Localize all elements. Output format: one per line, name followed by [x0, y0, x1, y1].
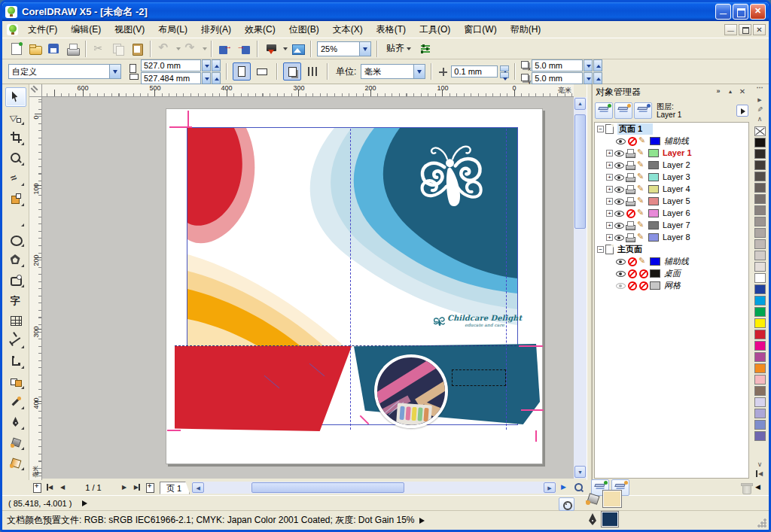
ellipse-tool[interactable]	[5, 230, 26, 249]
palette-color-swatch[interactable]	[754, 397, 766, 407]
layer-tree-row[interactable]: 辅助线	[595, 255, 748, 267]
scroll-down-button[interactable]	[574, 466, 586, 478]
palette-color-swatch[interactable]	[754, 205, 766, 215]
profile-expand-arrow[interactable]	[419, 518, 428, 524]
page-height-input[interactable]: 527.484 mm	[141, 72, 201, 84]
expander-icon[interactable]: +	[606, 150, 613, 157]
palette-color-swatch[interactable]	[754, 341, 766, 351]
chalk-photo-circle[interactable]	[374, 354, 448, 428]
document-restore-button[interactable]	[739, 24, 751, 35]
layer-tree-row[interactable]: +Layer 8	[595, 231, 748, 243]
non-printable-icon[interactable]	[627, 281, 637, 290]
menu-item-位图B[interactable]: 位图(B)	[282, 21, 326, 38]
non-printable-icon[interactable]	[627, 257, 637, 266]
palette-color-swatch[interactable]	[754, 363, 766, 373]
width-spin-up[interactable]	[212, 59, 221, 71]
dimension-tool[interactable]	[5, 331, 26, 351]
expander-icon[interactable]: +	[606, 234, 613, 241]
layer-color-swatch[interactable]	[650, 269, 660, 278]
expander-icon[interactable]: +	[606, 162, 613, 169]
application-launcher-button[interactable]	[262, 40, 280, 58]
palette-color-swatch[interactable]	[754, 262, 766, 272]
scroll-right-button[interactable]	[544, 482, 556, 493]
menu-item-文件F[interactable]: 文件(F)	[21, 21, 64, 38]
units-dropdown-button[interactable]	[413, 65, 425, 78]
menu-item-文本X[interactable]: 文本(X)	[326, 21, 370, 38]
all-pages-button[interactable]	[283, 62, 301, 81]
duplicate-x-input[interactable]: 5.0 mm	[532, 59, 583, 71]
export-button[interactable]	[235, 40, 253, 58]
last-page-button[interactable]	[131, 482, 143, 494]
palette-expand-button[interactable]	[754, 470, 766, 480]
height-spin-up[interactable]	[212, 72, 221, 84]
visibility-eye-icon[interactable]	[614, 172, 624, 182]
palette-color-swatch[interactable]	[754, 251, 766, 260]
interactive-fill-tool[interactable]	[5, 453, 26, 473]
paste-button[interactable]	[128, 40, 146, 58]
layer-tree-page-row[interactable]: −页面 1	[595, 123, 748, 135]
horizontal-scroll-thumb[interactable]	[251, 482, 404, 493]
vertical-scroll-track[interactable]	[574, 111, 587, 465]
menu-item-布局L[interactable]: 布局(L)	[151, 21, 194, 38]
save-button[interactable]	[44, 40, 62, 58]
fill-color-swatch[interactable]	[602, 490, 622, 508]
guideline-vertical[interactable]	[350, 129, 351, 430]
butterfly-logo-graphic[interactable]	[414, 138, 486, 214]
scroll-left-button[interactable]	[192, 482, 204, 493]
non-printable-icon[interactable]	[626, 208, 635, 218]
editable-icon[interactable]	[637, 196, 647, 206]
printable-icon[interactable]	[626, 148, 635, 158]
layer-color-swatch[interactable]	[648, 161, 659, 169]
layer-color-swatch[interactable]	[648, 173, 659, 181]
dup-x-spin-up[interactable]	[593, 59, 602, 71]
layer-color-swatch[interactable]	[650, 137, 660, 145]
palette-color-swatch[interactable]	[754, 273, 766, 283]
expander-icon[interactable]: +	[606, 198, 613, 205]
text-tool[interactable]	[5, 290, 26, 310]
docker-flyout-button[interactable]	[736, 105, 748, 117]
page-width-input[interactable]: 527.0 mm	[141, 59, 201, 71]
docker-dock-button[interactable]	[713, 87, 724, 97]
horizontal-scrollbar[interactable]	[192, 482, 556, 494]
blend-tool[interactable]	[5, 372, 26, 391]
layer-tree-row[interactable]: +Layer 4	[595, 183, 748, 195]
expander-icon[interactable]: −	[597, 246, 604, 253]
menu-item-视图V[interactable]: 视图(V)	[108, 21, 151, 38]
visibility-eye-icon[interactable]	[614, 160, 624, 170]
vertical-scroll-thumb[interactable]	[574, 114, 586, 229]
editable-icon[interactable]	[637, 220, 647, 230]
locked-icon[interactable]	[638, 281, 648, 290]
height-spin-down[interactable]	[202, 72, 211, 84]
menu-item-工具O[interactable]: 工具(O)	[413, 21, 457, 38]
palette-color-swatch[interactable]	[754, 160, 766, 170]
layer-color-swatch[interactable]	[650, 281, 660, 290]
palette-color-swatch[interactable]	[754, 307, 766, 317]
horizontal-ruler[interactable]: 6005004003002001000毫米	[42, 84, 574, 97]
scroll-up-button[interactable]	[574, 98, 586, 110]
visibility-eye-icon[interactable]	[614, 208, 624, 218]
layer-tree-row[interactable]: +Layer 3	[595, 171, 748, 183]
menu-item-效果C[interactable]: 效果(C)	[238, 21, 282, 38]
preset-dropdown-button[interactable]	[109, 65, 120, 78]
crop-tool[interactable]	[5, 128, 26, 147]
docker-splitter[interactable]	[587, 84, 592, 480]
palette-color-swatch[interactable]	[754, 431, 766, 441]
ruler-origin[interactable]	[29, 84, 42, 97]
dup-y-spin-down[interactable]	[584, 72, 593, 84]
dup-x-spin-down[interactable]	[584, 59, 593, 71]
new-button[interactable]	[7, 40, 25, 58]
palette-color-swatch[interactable]	[754, 318, 766, 328]
docker-collapse-button[interactable]	[725, 87, 736, 97]
menu-item-帮助H[interactable]: 帮助(H)	[504, 21, 548, 38]
restore-button[interactable]	[733, 4, 748, 20]
layer-tree-row[interactable]: 辅助线	[595, 135, 748, 147]
layer-manager-view-button[interactable]	[595, 102, 613, 119]
editable-icon[interactable]	[638, 257, 648, 266]
palette-color-swatch[interactable]	[754, 352, 766, 362]
menu-item-窗口W[interactable]: 窗口(W)	[457, 21, 503, 38]
portrait-button[interactable]	[233, 62, 251, 81]
current-page-button[interactable]	[303, 62, 322, 81]
address-lines-object[interactable]	[452, 369, 506, 386]
palette-pin-button[interactable]	[754, 105, 766, 115]
visibility-eye-icon[interactable]	[614, 220, 624, 230]
